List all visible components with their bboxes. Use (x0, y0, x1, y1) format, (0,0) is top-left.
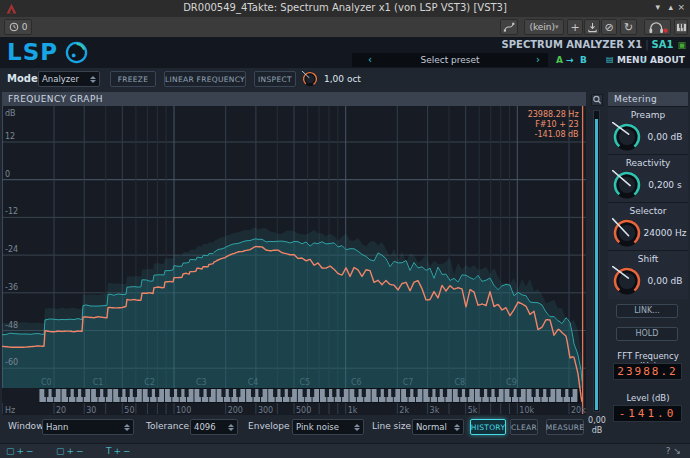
window-scale-icon: ▢ (6, 446, 17, 456)
reactivity-knob[interactable] (612, 170, 642, 200)
linear-frequency-button[interactable]: LINEAR FREQUENCY (164, 71, 246, 87)
freeze-button[interactable]: FREEZE (110, 71, 156, 87)
preset-next-icon[interactable]: › (536, 54, 540, 66)
preset-bar: ‹ Select preset › (352, 53, 548, 67)
font-scale-icon: T (106, 446, 114, 456)
link-button[interactable]: LINK... (616, 304, 678, 318)
instance-name: SA1 (652, 39, 674, 50)
close-icon[interactable]: × (677, 2, 685, 12)
plugin-header: LSP SPECTRUM ANALYZER X1|SA1▣ ‹ Select p… (0, 37, 690, 68)
reset-button[interactable]: ↻ (620, 19, 637, 35)
about-icon: ▯ (641, 53, 645, 67)
hold-button[interactable]: HOLD (616, 327, 678, 341)
line-size-label: Line size (372, 421, 411, 431)
plugin-counter: 0 (22, 22, 28, 32)
svg-text:2k: 2k (399, 406, 409, 415)
ab-arrow-icon: → (566, 53, 574, 67)
monitor-button[interactable] (644, 19, 671, 35)
plugin-timer-button[interactable]: 0 (4, 19, 32, 35)
tolerance-select[interactable]: 4096 (190, 419, 238, 435)
minus-icon: − (123, 446, 133, 456)
automation-curve-icon (503, 21, 515, 33)
reactivity-section: Reactivity 0,200 s (608, 154, 688, 203)
preamp-knob[interactable] (612, 122, 642, 152)
save-icon (587, 22, 598, 33)
spinner-icon (228, 424, 234, 431)
save-preset-button[interactable] (584, 19, 600, 35)
spectrum-graph[interactable]: C0C1C2C3C4C5C6C7C8C9 23988.28 Hz F#10 + … (2, 106, 586, 415)
svg-text:300: 300 (258, 406, 273, 415)
minus-icon: − (76, 446, 86, 456)
window-function-select[interactable]: Hann (42, 419, 134, 435)
piano-icon (676, 22, 687, 33)
fft-frequency-display: 23988.2 (613, 363, 682, 380)
spinner-icon (124, 424, 130, 431)
add-preset-button[interactable]: + (567, 19, 583, 35)
envelope-label: Envelope (248, 421, 290, 431)
line-size-select[interactable]: Normal (412, 419, 464, 435)
window-scale-controls[interactable]: ▢+− (6, 446, 36, 456)
minimize-icon[interactable]: ▾ (655, 2, 660, 12)
window-function-value: Hann (46, 422, 68, 432)
inspect-button[interactable]: INSPECT (254, 71, 296, 87)
measure-button[interactable]: MEASURE (546, 419, 584, 435)
preset-select[interactable]: (kein) ▾ (524, 19, 564, 35)
plus-icon: + (114, 446, 124, 456)
history-button[interactable]: HISTORY (470, 419, 506, 435)
svg-text:12: 12 (5, 132, 15, 141)
menu-icon: ▤ (606, 53, 614, 67)
metering-header: Metering (608, 92, 688, 106)
ab-compare-b[interactable]: B (580, 53, 587, 67)
window-title: DR000549_4Takte: Spectrum Analyzer x1 (v… (0, 2, 690, 13)
chevron-down-icon: ▾ (555, 23, 559, 31)
cursor-readout: 23988.28 Hz F#10 + 23 -141.08 dB (528, 110, 579, 139)
metering-sidebar: Metering Preamp 0,00 dB Reactivity 0,200… (608, 92, 688, 440)
spinner-icon (454, 424, 460, 431)
mode-select[interactable]: Analyzer (38, 71, 100, 87)
preset-select-value: (kein) (529, 22, 555, 32)
plugin-status-bar: ▢+− ▢+− T+− ?↘ (0, 443, 690, 458)
plus-icon: + (570, 21, 579, 34)
ui-scale-controls[interactable]: ▢+− (56, 446, 86, 456)
svg-text:-141.08 dB: -141.08 dB (535, 130, 579, 139)
clear-button[interactable]: CLEAR (510, 419, 538, 435)
headphones-icon (648, 21, 668, 34)
svg-text:5k: 5k (468, 406, 478, 415)
window-size-value: 1,00 oct (324, 74, 361, 84)
svg-text:-24: -24 (5, 245, 18, 254)
svg-text:-36: -36 (5, 283, 18, 292)
shift-knob[interactable] (612, 266, 642, 296)
mode-select-value: Analyzer (42, 74, 79, 84)
svg-text:10k: 10k (519, 406, 534, 415)
product-name: SPECTRUM ANALYZER X1 (502, 39, 643, 50)
svg-text:20: 20 (56, 406, 66, 415)
svg-text:dB: dB (5, 109, 16, 118)
plugin-window: DR000549_4Takte: Spectrum Analyzer x1 (v… (0, 0, 690, 458)
preset-name[interactable]: Select preset (352, 55, 548, 65)
tolerance-value: 4096 (194, 422, 216, 432)
mode-row: Mode Analyzer FREEZE LINEAR FREQUENCY IN… (0, 68, 690, 90)
svg-text:100: 100 (176, 406, 191, 415)
selector-knob[interactable] (612, 218, 642, 248)
shift-value: 0,00 dB (643, 276, 687, 286)
about-button[interactable]: ABOUT (650, 53, 685, 67)
os-titlebar[interactable]: DR000549_4Takte: Spectrum Analyzer x1 (v… (0, 0, 690, 18)
maximize-icon[interactable]: ▴ (668, 2, 673, 12)
envelope-select[interactable]: Pink noise (292, 419, 364, 435)
level-display: -141.0 (613, 405, 682, 422)
window-size-knob[interactable] (302, 71, 318, 87)
magnifier-icon[interactable] (591, 94, 603, 106)
ab-compare-a[interactable]: A (556, 53, 563, 67)
automation-curve-button[interactable] (500, 19, 518, 35)
svg-text:-48: -48 (5, 321, 18, 330)
svg-text:20k: 20k (571, 406, 586, 415)
envelope-value: Pink noise (296, 422, 339, 432)
circle-slash-icon: ⊘ (604, 21, 613, 34)
font-scale-controls[interactable]: T+− (106, 446, 133, 456)
svg-text:500: 500 (296, 406, 311, 415)
delete-preset-button[interactable]: ⊘ (601, 19, 617, 35)
midi-keyboard-button[interactable] (674, 19, 688, 35)
status-right-icons[interactable]: ?↘ (666, 446, 684, 456)
resize-icon: ↘ (673, 446, 684, 456)
line-size-value: Normal (416, 422, 447, 432)
